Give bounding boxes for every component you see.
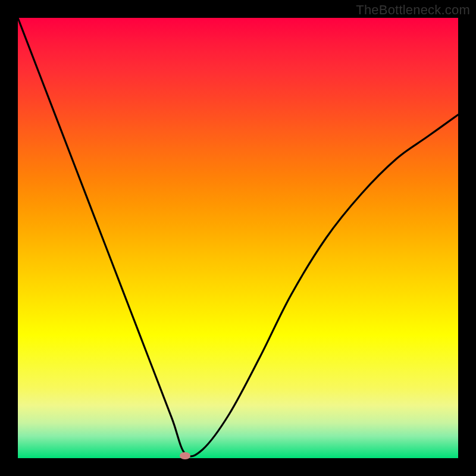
chart-frame: TheBottleneck.com	[0, 0, 476, 476]
watermark-text: TheBottleneck.com	[356, 2, 470, 18]
curve-svg	[18, 18, 458, 458]
plot-area	[18, 18, 458, 458]
minimum-marker	[180, 452, 190, 459]
bottleneck-curve-line	[18, 18, 458, 456]
